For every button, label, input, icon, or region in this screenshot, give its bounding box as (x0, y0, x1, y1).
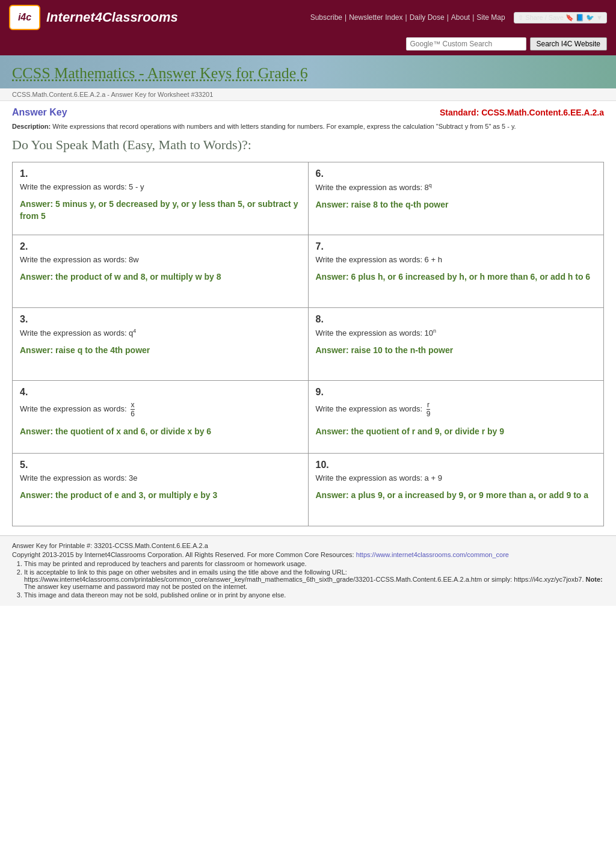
main-content: Answer Key Standard: CCSS.Math.Content.6… (0, 101, 616, 535)
fraction-9: r 9 (427, 401, 431, 419)
footer-note-2: It is acceptable to link to this page on… (24, 568, 604, 590)
description-label: Description: (12, 123, 51, 130)
answer-text-2: Answer: the product of w and 8, or multi… (20, 271, 301, 283)
answer-text-1: Answer: 5 minus y, or 5 decreased by y, … (20, 199, 301, 222)
questions-row-1: 1. Write the expression as words: 5 - y … (13, 162, 603, 235)
question-cell-8: 8. Write the expression as words: 10n An… (309, 308, 604, 380)
page-title: CCSS Mathematics - Answer Keys for Grade… (12, 64, 604, 82)
question-cell-3: 3. Write the expression as words: q4 Ans… (13, 308, 309, 380)
question-number-4: 4. (20, 387, 301, 398)
share-icons: 🔖 📘 🐦 ▼ (565, 14, 603, 22)
question-cell-4: 4. Write the expression as words: x 6 An… (13, 381, 309, 453)
footer: Answer Key for Printable #: 33201-CCSS.M… (0, 535, 616, 606)
question-number-2: 2. (20, 241, 301, 252)
question-text-4: Write the expression as words: x 6 (20, 401, 301, 419)
nav-newsletter[interactable]: Newsletter Index (349, 13, 402, 22)
question-text-6: Write the expression as words: 8q (316, 182, 597, 192)
footer-notes: This may be printed and reproduced by te… (24, 560, 604, 599)
question-text-8: Write the expression as words: 10n (316, 328, 597, 337)
nav-site-map[interactable]: Site Map (476, 13, 505, 22)
answer-text-10: Answer: a plus 9, or a increased by 9, o… (316, 490, 597, 502)
share-label: Share / Save (525, 14, 564, 21)
question-text-1: Write the expression as words: 5 - y (20, 182, 301, 191)
question-cell-7: 7. Write the expression as words: 6 + h … (309, 235, 604, 307)
description-area: Description: Write expressions that reco… (12, 123, 604, 130)
footer-note-3: This image and data thereon may not be s… (24, 591, 604, 599)
questions-grid: 1. Write the expression as words: 5 - y … (12, 162, 604, 526)
question-cell-5: 5. Write the expression as words: 3e Ans… (13, 454, 309, 526)
answer-key-header: Answer Key Standard: CCSS.Math.Content.6… (12, 107, 604, 118)
question-cell-2: 2. Write the expression as words: 8w Ans… (13, 235, 309, 307)
question-cell-1: 1. Write the expression as words: 5 - y … (13, 162, 309, 235)
question-cell-10: 10. Write the expression as words: a + 9… (309, 454, 604, 526)
questions-row-5: 5. Write the expression as words: 3e Ans… (13, 454, 603, 526)
search-button[interactable]: Search I4C Website (530, 37, 608, 51)
question-number-8: 8. (316, 314, 597, 325)
question-number-10: 10. (316, 460, 597, 470)
question-number-7: 7. (316, 241, 597, 252)
breadcrumb: CCSS.Math.Content.6.EE.A.2.a - Answer Ke… (0, 88, 616, 101)
search-bar: Search I4C Website (0, 35, 616, 55)
nav-about[interactable]: About (451, 13, 470, 22)
footer-url: https://www.internet4classrooms.com/prin… (24, 576, 603, 590)
questions-row-2: 2. Write the expression as words: 8w Ans… (13, 235, 603, 308)
hero-section: CCSS Mathematics - Answer Keys for Grade… (0, 55, 616, 88)
question-text-9: Write the expression as words: r 9 (316, 401, 597, 419)
header: i4c Internet4Classrooms Subscribe | News… (0, 0, 616, 35)
questions-row-4: 4. Write the expression as words: x 6 An… (13, 381, 603, 454)
question-text-3: Write the expression as words: q4 (20, 328, 301, 337)
question-text-7: Write the expression as words: 6 + h (316, 255, 597, 264)
footer-copyright: Copyright 2013-2015 by Internet4Classroo… (12, 551, 604, 558)
question-text-10: Write the expression as words: a + 9 (316, 473, 597, 482)
site-name: Internet4Classrooms (46, 10, 178, 25)
question-number-5: 5. (20, 460, 301, 470)
nav-links: Subscribe | Newsletter Index | Daily Dos… (310, 12, 607, 23)
answer-text-5: Answer: the product of e and 3, or multi… (20, 490, 301, 502)
logo-area: i4c Internet4Classrooms (9, 5, 178, 30)
question-number-6: 6. (316, 168, 597, 179)
answer-text-7: Answer: 6 plus h, or 6 increased by h, o… (316, 271, 597, 283)
answer-text-3: Answer: raise q to the 4th power (20, 345, 301, 357)
nav-subscribe[interactable]: Subscribe (310, 13, 342, 22)
share-button[interactable]: ⇧ Share / Save 🔖 📘 🐦 ▼ (514, 12, 607, 23)
share-icon: ⇧ (518, 14, 523, 22)
question-text-5: Write the expression as words: 3e (20, 473, 301, 482)
answer-text-8: Answer: raise 10 to the n-th power (316, 345, 597, 357)
question-cell-6: 6. Write the expression as words: 8q Ans… (309, 162, 604, 235)
question-number-1: 1. (20, 168, 301, 179)
description-text: Write expressions that record operations… (52, 123, 516, 130)
answer-key-label: Answer Key (12, 107, 67, 118)
answer-text-9: Answer: the quotient of r and 9, or divi… (316, 426, 597, 438)
question-number-9: 9. (316, 387, 597, 398)
footer-common-core-link[interactable]: https://www.internet4classrooms.com/comm… (356, 551, 509, 558)
worksheet-title: Do You Speak Math (Easy, Math to Words)?… (12, 137, 604, 153)
standard-label: Standard: CCSS.Math.Content.6.EE.A.2.a (440, 108, 604, 117)
nav-daily-dose[interactable]: Daily Dose (410, 13, 445, 22)
footer-note-1: This may be printed and reproduced by te… (24, 560, 604, 567)
logo-icon: i4c (9, 5, 40, 30)
question-number-3: 3. (20, 314, 301, 325)
answer-text-4: Answer: the quotient of x and 6, or divi… (20, 426, 301, 438)
question-cell-9: 9. Write the expression as words: r 9 An… (309, 381, 604, 453)
fraction-4: x 6 (131, 401, 135, 419)
question-text-2: Write the expression as words: 8w (20, 255, 301, 264)
search-input[interactable] (406, 37, 526, 51)
answer-text-6: Answer: raise 8 to the q-th power (316, 199, 597, 211)
footer-printable: Answer Key for Printable #: 33201-CCSS.M… (12, 542, 604, 549)
questions-row-3: 3. Write the expression as words: q4 Ans… (13, 308, 603, 381)
